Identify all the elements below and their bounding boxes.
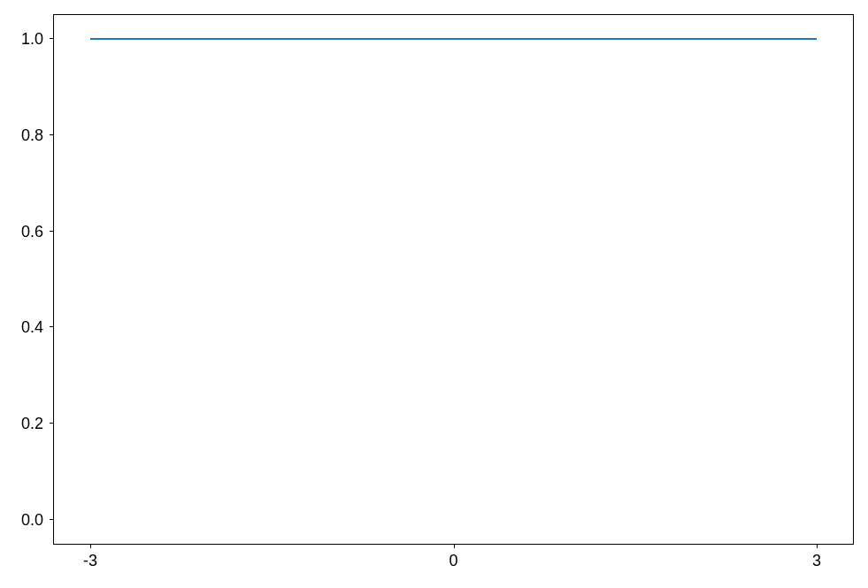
- y-tick-label: 0.8: [43, 126, 65, 144]
- y-tick-label: 0.4: [43, 318, 65, 337]
- x-tick: [90, 544, 91, 548]
- x-tick-label: -3: [83, 552, 97, 570]
- y-tick-label: 0.0: [43, 510, 65, 529]
- data-line: [90, 38, 817, 40]
- y-tick-label: 1.0: [43, 30, 65, 49]
- x-tick-label: 0: [449, 552, 457, 570]
- x-tick-label: 3: [812, 552, 821, 570]
- plot-area: -3 0 3 0.0 0.2 0.4 0.6 0.8 1.0: [53, 14, 854, 545]
- x-tick: [817, 544, 818, 548]
- y-tick-label: 0.2: [43, 415, 65, 433]
- x-tick: [454, 544, 455, 548]
- chart-container: -3 0 3 0.0 0.2 0.4 0.6 0.8 1.0: [53, 14, 854, 545]
- y-tick-label: 0.6: [43, 222, 65, 241]
